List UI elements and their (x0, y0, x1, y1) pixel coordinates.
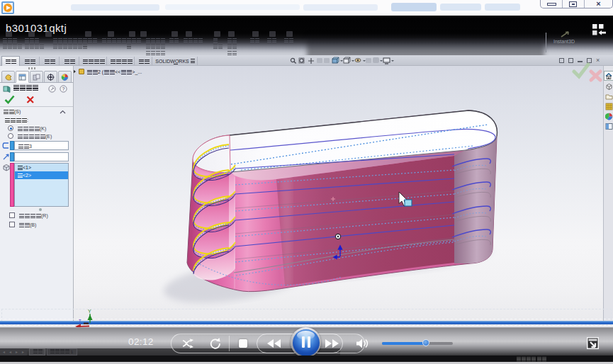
svg-text:T: T (79, 319, 81, 323)
svg-text:Y: Y (88, 309, 91, 314)
svg-text:?: ? (62, 86, 65, 91)
